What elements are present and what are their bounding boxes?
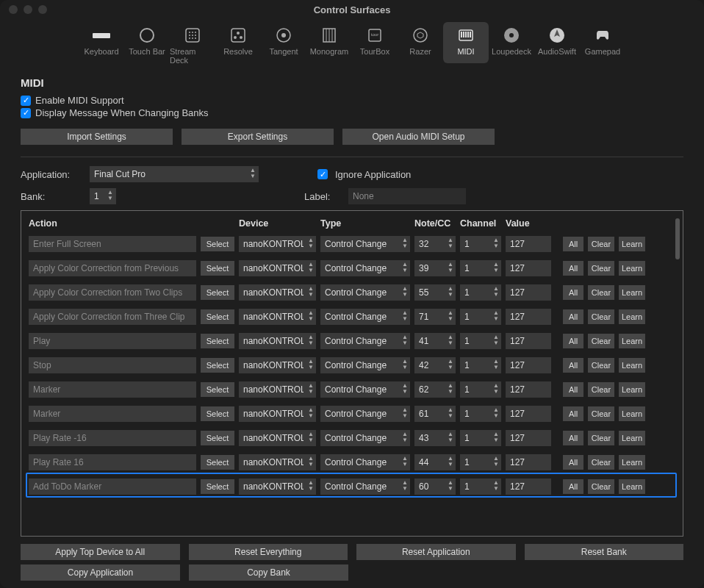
select-button[interactable]: Select [201,334,234,348]
all-button[interactable]: All [563,455,583,470]
tab-resolve[interactable]: Resolve [215,22,261,63]
note-select[interactable]: 61▲▼ [414,406,456,422]
type-select[interactable]: Control Change▲▼ [320,284,410,301]
action-field[interactable]: Enter Full Screen [29,236,196,252]
bank-select[interactable]: 1 ▲▼ [90,188,116,204]
clear-button[interactable]: Clear [588,261,614,276]
select-button[interactable]: Select [201,358,234,373]
learn-button[interactable]: Learn [619,309,645,324]
device-select[interactable]: nanoKONTROL▲▼ [239,236,316,252]
clear-button[interactable]: Clear [588,455,614,470]
channel-select[interactable]: 1▲▼ [460,381,501,398]
export-settings-button[interactable]: Export Settings [182,129,334,145]
all-button[interactable]: All [563,261,583,276]
all-button[interactable]: All [563,309,583,324]
action-field[interactable]: Stop [29,357,196,373]
reset-bank-button[interactable]: Reset Bank [525,544,684,560]
note-select[interactable]: 39▲▼ [414,260,456,276]
type-select[interactable]: Control Change▲▼ [320,454,410,470]
value-field[interactable]: 127 [506,260,551,276]
all-button[interactable]: All [563,285,583,300]
application-select[interactable]: Final Cut Pro ▲▼ [90,166,259,182]
value-field[interactable]: 127 [506,381,551,398]
ignore-application-checkbox[interactable]: ✓ [317,169,328,179]
channel-select[interactable]: 1▲▼ [460,284,501,301]
all-button[interactable]: All [563,334,583,348]
type-select[interactable]: Control Change▲▼ [320,430,410,446]
learn-button[interactable]: Learn [619,479,645,494]
tab-loupedeck[interactable]: Loupedeck [489,22,534,63]
channel-select[interactable]: 1▲▼ [460,454,501,470]
display-msg-checkbox[interactable]: ✓ [21,108,31,118]
learn-button[interactable]: Learn [619,406,645,421]
note-select[interactable]: 60▲▼ [414,478,456,495]
enable-midi-checkbox[interactable]: ✓ [21,96,31,106]
value-field[interactable]: 127 [506,309,551,325]
device-select[interactable]: nanoKONTROL▲▼ [239,357,316,373]
value-field[interactable]: 127 [506,236,551,252]
select-button[interactable]: Select [201,479,234,494]
learn-button[interactable]: Learn [619,237,645,251]
device-select[interactable]: nanoKONTROL▲▼ [239,309,316,325]
all-button[interactable]: All [563,431,583,445]
channel-select[interactable]: 1▲▼ [460,430,501,446]
type-select[interactable]: Control Change▲▼ [320,381,410,398]
select-button[interactable]: Select [201,455,234,470]
open-audio-midi-button[interactable]: Open Audio MIDI Setup [342,129,495,145]
tab-keyboard[interactable]: Keyboard [79,22,124,63]
clear-button[interactable]: Clear [588,237,614,251]
tab-touch-bar[interactable]: Touch Bar [124,22,170,63]
type-select[interactable]: Control Change▲▼ [320,357,410,373]
tab-stream-deck[interactable]: Stream Deck [170,22,215,63]
tab-audioswift[interactable]: AudioSwift [534,22,580,63]
tab-gamepad[interactable]: Gamepad [580,22,625,63]
action-field[interactable]: Apply Color Correction from Previous [29,260,196,276]
channel-select[interactable]: 1▲▼ [460,357,501,373]
note-select[interactable]: 42▲▼ [414,357,456,373]
select-button[interactable]: Select [201,382,234,397]
select-button[interactable]: Select [201,431,234,445]
channel-select[interactable]: 1▲▼ [460,406,501,422]
clear-button[interactable]: Clear [588,358,614,373]
channel-select[interactable]: 1▲▼ [460,333,501,349]
type-select[interactable]: Control Change▲▼ [320,333,410,349]
learn-button[interactable]: Learn [619,285,645,300]
note-select[interactable]: 71▲▼ [414,309,456,325]
clear-button[interactable]: Clear [588,479,614,494]
import-settings-button[interactable]: Import Settings [21,129,173,145]
tab-tourbox[interactable]: tourTourBox [352,22,398,63]
clear-button[interactable]: Clear [588,406,614,421]
note-select[interactable]: 32▲▼ [414,236,456,252]
device-select[interactable]: nanoKONTROL▲▼ [239,260,316,276]
value-field[interactable]: 127 [506,357,551,373]
reset-application-button[interactable]: Reset Application [356,544,516,560]
action-field[interactable]: Play Rate 16 [29,454,196,470]
tab-tangent[interactable]: Tangent [261,22,306,63]
all-button[interactable]: All [563,358,583,373]
clear-button[interactable]: Clear [588,431,614,445]
label-input[interactable]: None [348,188,466,204]
action-field[interactable]: Play [29,333,196,349]
learn-button[interactable]: Learn [619,455,645,470]
reset-everything-button[interactable]: Reset Everything [189,544,348,560]
type-select[interactable]: Control Change▲▼ [320,260,410,276]
device-select[interactable]: nanoKONTROL▲▼ [239,406,316,422]
value-field[interactable]: 127 [506,333,551,349]
apply-top-device-button[interactable]: Apply Top Device to All [21,544,180,560]
learn-button[interactable]: Learn [619,431,645,445]
clear-button[interactable]: Clear [588,334,614,348]
select-button[interactable]: Select [201,261,234,276]
copy-bank-button[interactable]: Copy Bank [189,564,348,581]
channel-select[interactable]: 1▲▼ [460,478,501,495]
value-field[interactable]: 127 [506,430,551,446]
action-field[interactable]: Play Rate -16 [29,430,196,446]
learn-button[interactable]: Learn [619,358,645,373]
clear-button[interactable]: Clear [588,309,614,324]
tab-monogram[interactable]: Monogram [306,22,352,63]
learn-button[interactable]: Learn [619,382,645,397]
clear-button[interactable]: Clear [588,382,614,397]
note-select[interactable]: 43▲▼ [414,430,456,446]
note-select[interactable]: 62▲▼ [414,381,456,398]
tab-midi[interactable]: MIDI [443,22,489,63]
type-select[interactable]: Control Change▲▼ [320,478,410,495]
